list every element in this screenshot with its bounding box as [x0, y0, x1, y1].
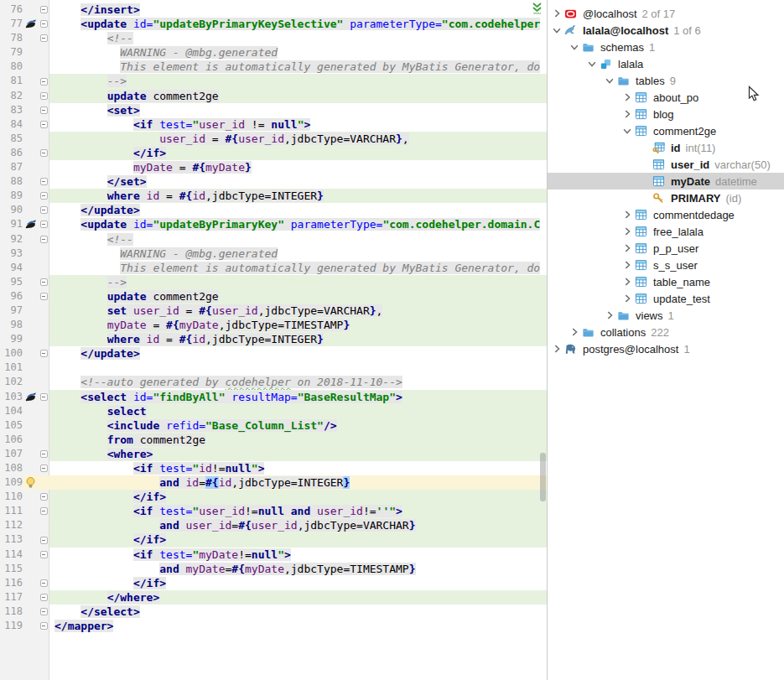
fold-marker[interactable]	[38, 605, 49, 619]
code-line[interactable]: 99 where id = #{id,jdbcType=INTEGER}	[0, 332, 547, 346]
chevron-right-icon[interactable]	[621, 243, 633, 253]
tree-item-schemas[interactable]: schemas1	[548, 39, 784, 55]
code-line[interactable]: 83 <set>	[0, 103, 547, 117]
chevron-right-icon[interactable]	[621, 277, 633, 287]
tree-item-id[interactable]: idint(11)	[548, 139, 784, 156]
code-line[interactable]: 103 <select id="findByAll" resultMap="Ba…	[0, 390, 547, 404]
mybatis-gutter-icon[interactable]	[23, 17, 38, 31]
fold-marker[interactable]	[38, 346, 49, 361]
tree-item-mydate[interactable]: myDatedatetime	[548, 173, 784, 189]
code-line[interactable]: 98 myDate = #{myDate,jdbcType=TIMESTAMP}	[0, 318, 547, 332]
code-line[interactable]: 89 where id = #{id,jdbcType=INTEGER}	[0, 189, 547, 203]
fold-marker[interactable]	[38, 532, 49, 547]
chevron-right-icon[interactable]	[621, 260, 633, 270]
code-line[interactable]: 104 select	[0, 404, 547, 418]
chevron-right-icon[interactable]	[569, 327, 580, 337]
code-line[interactable]: 102 <!--auto generated by codehelper on …	[0, 375, 547, 389]
fold-marker[interactable]	[38, 461, 49, 475]
code-line[interactable]: 80 This element is automatically generat…	[0, 60, 547, 74]
code-line[interactable]: 91 <update id="updateByPrimaryKey" param…	[0, 217, 547, 231]
fold-marker[interactable]	[38, 3, 49, 17]
fold-marker[interactable]	[38, 17, 49, 31]
fold-marker[interactable]	[38, 548, 49, 562]
fold-marker[interactable]	[38, 31, 49, 45]
code-line[interactable]: 90 </update>	[0, 203, 547, 217]
code-line[interactable]: 88 </set>	[0, 174, 547, 189]
code-line[interactable]: 84 <if test="user_id != null">	[0, 117, 547, 132]
code-line[interactable]: 85 user_id = #{user_id,jdbcType=VARCHAR}…	[0, 132, 547, 146]
tree-item-p-p-user[interactable]: p_p_user	[548, 240, 784, 257]
code-line[interactable]: 94 This element is automatically generat…	[0, 261, 547, 275]
code-line[interactable]: 119</mapper>	[0, 619, 547, 633]
code-line[interactable]: 78 <!--	[0, 31, 547, 45]
tree-item-lalala[interactable]: lalala	[548, 55, 784, 72]
chevron-down-icon[interactable]	[551, 25, 563, 35]
code-line[interactable]: 116 </if>	[0, 576, 547, 590]
tree-item-s-s-user[interactable]: s_s_user	[548, 257, 784, 273]
fold-marker[interactable]	[38, 390, 49, 404]
code-line[interactable]: 112 and user_id=#{user_id,jdbcType=VARCH…	[0, 518, 547, 532]
tree-item-primary[interactable]: PRIMARY(id)	[548, 189, 784, 206]
code-line[interactable]: 115 and myDate=#{myDate,jdbcType=TIMESTA…	[0, 562, 547, 576]
fold-marker[interactable]	[38, 89, 49, 103]
chevron-right-icon[interactable]	[621, 109, 633, 119]
code-line[interactable]: 95 -->	[0, 275, 547, 289]
tree-item-commentdedage[interactable]: commentdedage	[548, 206, 784, 223]
code-line[interactable]: 92 <!--	[0, 232, 547, 247]
fold-marker[interactable]	[38, 232, 49, 247]
code-line[interactable]: 76 </insert>	[0, 3, 547, 17]
expand-all-icon[interactable]	[531, 2, 544, 15]
code-line[interactable]: 93 WARNING - @mbg.generated	[0, 247, 547, 261]
code-line[interactable]: 109 and id=#{id,jdbcType=INTEGER}	[0, 475, 547, 490]
fold-marker[interactable]	[38, 117, 49, 132]
tree-item-tables[interactable]: tables9	[548, 72, 784, 89]
code-line[interactable]: 114 <if test="myDate!=null">	[0, 548, 547, 562]
code-line[interactable]: 100 </update>	[0, 346, 547, 361]
tree-item-about-po[interactable]: about_po	[548, 89, 784, 106]
chevron-down-icon[interactable]	[604, 75, 615, 86]
code-line[interactable]: 107 <where>	[0, 447, 547, 461]
code-line[interactable]: 113 </if>	[0, 532, 547, 547]
tree-item-comment2ge[interactable]: comment2ge	[548, 122, 784, 139]
chevron-right-icon[interactable]	[621, 226, 633, 236]
code-line[interactable]: 77 <update id="updateByPrimaryKeySelecti…	[0, 17, 547, 31]
code-line[interactable]: 110 </if>	[0, 490, 547, 504]
mybatis-gutter-icon[interactable]	[23, 217, 38, 231]
fold-marker[interactable]	[38, 289, 49, 304]
code-line[interactable]: 118 </select>	[0, 605, 547, 619]
code-line[interactable]: 87 myDate = #{myDate}	[0, 160, 547, 174]
chevron-right-icon[interactable]	[604, 310, 615, 320]
chevron-right-icon[interactable]	[551, 344, 563, 354]
fold-marker[interactable]	[38, 576, 49, 590]
fold-marker[interactable]	[38, 203, 49, 217]
chevron-down-icon[interactable]	[621, 126, 633, 136]
tree-item-update-test[interactable]: update_test	[548, 290, 784, 307]
tree-item-lalala-localhost[interactable]: lalala@localhost1 of 6	[548, 22, 784, 39]
tree-item-user-id[interactable]: user_idvarchar(50)	[548, 156, 784, 173]
tree-item-table-name[interactable]: table_name	[548, 273, 784, 290]
chevron-right-icon[interactable]	[621, 210, 633, 220]
fold-marker[interactable]	[38, 275, 49, 289]
editor-scrollbar-thumb[interactable]	[540, 453, 546, 501]
tree-item-views[interactable]: views1	[548, 307, 784, 324]
code-line[interactable]: 96 update comment2ge	[0, 289, 547, 304]
fold-marker[interactable]	[38, 74, 49, 88]
fold-marker[interactable]	[38, 103, 49, 117]
code-line[interactable]: 97 set user_id = #{user_id,jdbcType=VARC…	[0, 304, 547, 318]
fold-marker[interactable]	[38, 447, 49, 461]
chevron-down-icon[interactable]	[569, 42, 580, 52]
fold-marker[interactable]	[38, 189, 49, 203]
fold-marker[interactable]	[38, 174, 49, 189]
chevron-right-icon[interactable]	[551, 8, 563, 18]
tree-item--localhost[interactable]: @localhost2 of 17	[548, 5, 784, 22]
intention-bulb-icon[interactable]	[23, 475, 38, 490]
mybatis-gutter-icon[interactable]	[23, 390, 38, 404]
tree-item-blog[interactable]: blog	[548, 106, 784, 122]
fold-marker[interactable]	[38, 590, 49, 605]
code-line[interactable]: 106 from comment2ge	[0, 433, 547, 447]
code-line[interactable]: 86 </if>	[0, 146, 547, 160]
chevron-right-icon[interactable]	[621, 293, 633, 304]
fold-marker[interactable]	[38, 490, 49, 504]
code-line[interactable]: 108 <if test="id!=null">	[0, 461, 547, 475]
fold-marker[interactable]	[38, 504, 49, 518]
